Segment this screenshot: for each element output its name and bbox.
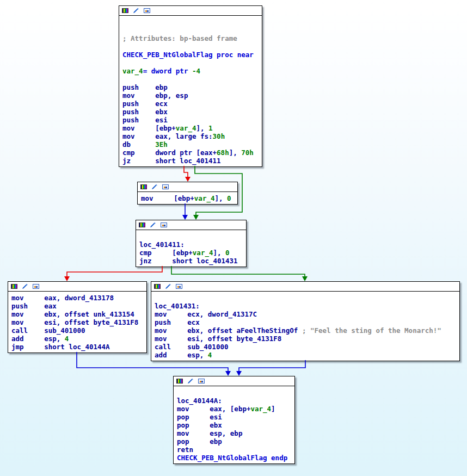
graph-node-loc-401431[interactable]: loc_401431:mov ecx, dword_41317Cpush ecx… <box>151 281 460 361</box>
disassembly-listing[interactable]: loc_401411:cmp [ebp+var_4], 0jnz short l… <box>136 230 246 267</box>
code-line: pop ebp <box>177 437 291 446</box>
code-line: db 3Eh <box>122 140 259 149</box>
code-line: pop esi <box>177 413 291 421</box>
code-line: push ebp <box>122 83 259 91</box>
node-frame-icon[interactable] <box>33 284 39 289</box>
code-line: loc_401431: <box>155 302 456 310</box>
code-line: call sub_401000 <box>11 326 143 335</box>
code-line <box>155 294 456 302</box>
code-line: mov eax, dword_413178 <box>11 294 143 302</box>
code-line: call sub_401000 <box>155 343 456 351</box>
node-titlebar[interactable] <box>151 282 459 292</box>
edge-jz-not-taken <box>184 166 191 182</box>
code-line: ; Attributes: bp-based frame <box>122 34 259 42</box>
node-edit-icon[interactable] <box>150 222 156 227</box>
node-color-icon[interactable] <box>154 284 161 289</box>
node-frame-icon[interactable] <box>162 184 169 189</box>
code-line: push ebx <box>122 108 259 116</box>
disassembly-listing[interactable]: loc_401431:mov ecx, dword_41317Cpush ecx… <box>151 292 459 361</box>
code-line: cmp dword ptr [eax+68h], 70h <box>122 149 259 157</box>
node-titlebar[interactable] <box>136 220 246 230</box>
code-line: mov eax, large fs:30h <box>122 132 259 140</box>
code-line: mov [ebp+var_4], 0 <box>141 194 234 202</box>
code-line: add esp, 4 <box>11 335 143 343</box>
code-line: push eax <box>11 302 143 310</box>
code-line <box>122 42 259 51</box>
code-line: mov esi, offset byte_4131F8 <box>155 335 456 343</box>
code-line: loc_401411: <box>139 240 243 249</box>
node-edit-icon[interactable] <box>133 8 139 13</box>
code-line <box>122 18 259 26</box>
disassembly-listing[interactable]: mov eax, dword_413178push eaxmov ebx, of… <box>8 292 146 353</box>
node-color-icon[interactable] <box>139 222 145 227</box>
code-line: mov esi, offset byte_4131F8 <box>11 318 143 326</box>
node-edit-icon[interactable] <box>165 284 171 289</box>
code-line: jz short loc_401411 <box>122 157 259 165</box>
code-line: mov eax, [ebp+var_4] <box>177 405 291 413</box>
code-line: push ecx <box>122 100 259 108</box>
disassembly-listing[interactable]: ; Attributes: bp-based frame CHECK_PEB_N… <box>119 16 262 166</box>
graph-canvas[interactable]: ; Attributes: bp-based frame CHECK_PEB_N… <box>0 0 467 476</box>
node-color-icon[interactable] <box>176 379 183 384</box>
disassembly-listing[interactable]: loc_40144A:mov eax, [ebp+var_4]pop esipo… <box>174 386 294 463</box>
node-frame-icon[interactable] <box>144 8 150 13</box>
node-frame-icon[interactable] <box>176 284 182 289</box>
code-line: retn <box>177 446 291 454</box>
code-line: jmp short loc_40144A <box>11 343 143 351</box>
code-line <box>139 232 243 240</box>
edge-jnz-not-taken <box>64 266 162 281</box>
node-edit-icon[interactable] <box>22 284 28 289</box>
code-line: push esi <box>122 116 259 124</box>
code-line: mov ebp, esp <box>122 91 259 100</box>
node-frame-icon[interactable] <box>198 379 205 384</box>
code-line: mov ebx, offset aFeelTheStingOf ; "Feel … <box>155 326 456 335</box>
edge-fallthrough-to-401411 <box>182 203 188 220</box>
graph-node-loc-401411[interactable]: loc_401411:cmp [ebp+var_4], 0jnz short l… <box>136 220 247 267</box>
code-line: pop ebx <box>177 421 291 429</box>
code-line: jnz short loc_401431 <box>139 257 243 265</box>
edge-jnz-taken <box>171 266 308 281</box>
node-titlebar[interactable] <box>119 6 262 16</box>
code-line: mov [ebp+var_4], 1 <box>122 124 259 132</box>
node-edit-icon[interactable] <box>187 379 194 384</box>
code-line: mov ecx, dword_41317C <box>155 310 456 318</box>
code-line: push ecx <box>155 318 456 326</box>
node-frame-icon[interactable] <box>161 222 167 227</box>
node-edit-icon[interactable] <box>151 184 158 189</box>
code-line: add esp, 4 <box>155 351 456 359</box>
code-line: mov ebx, offset unk_413154 <box>11 310 143 318</box>
edge-fallthrough-to-40144A <box>236 360 305 376</box>
code-line <box>122 26 259 34</box>
node-color-icon[interactable] <box>140 184 147 189</box>
code-line <box>177 388 291 397</box>
code-line: loc_40144A: <box>177 397 291 405</box>
code-line: var_4= dword ptr -4 <box>122 67 259 75</box>
node-titlebar[interactable] <box>174 376 294 386</box>
graph-node-clear-flag[interactable]: mov [ebp+var_4], 0 <box>137 182 238 205</box>
code-line: mov esp, ebp <box>177 429 291 437</box>
node-titlebar[interactable] <box>138 182 237 192</box>
node-titlebar[interactable] <box>8 282 146 292</box>
graph-node-loc-40144A[interactable]: loc_40144A:mov eax, [ebp+var_4]pop esipo… <box>173 376 295 464</box>
code-line: CHECK_PEB_NtGlobalFlag proc near <box>122 51 259 59</box>
graph-node-entry[interactable]: ; Attributes: bp-based frame CHECK_PEB_N… <box>119 5 262 167</box>
code-line: CHECK_PEB_NtGlobalFlag endp <box>177 454 291 462</box>
node-color-icon[interactable] <box>122 8 128 13</box>
graph-node-left-branch[interactable]: mov eax, dword_413178push eaxmov ebx, of… <box>8 281 147 353</box>
code-line <box>122 59 259 67</box>
node-color-icon[interactable] <box>11 284 17 289</box>
code-line: cmp [ebp+var_4], 0 <box>139 249 243 257</box>
disassembly-listing[interactable]: mov [ebp+var_4], 0 <box>138 192 237 204</box>
code-line <box>122 75 259 83</box>
